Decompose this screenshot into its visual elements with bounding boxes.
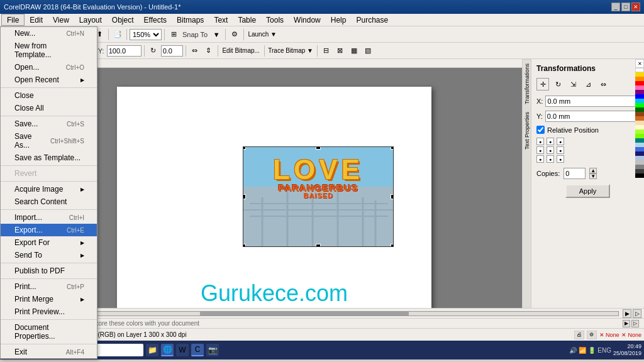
taskbar-ie[interactable]: 🌐 xyxy=(161,344,174,356)
swatch-white[interactable] xyxy=(635,68,644,72)
menu-exit[interactable]: Exit Alt+F4 xyxy=(1,346,97,358)
selected-image[interactable]: LOVE PARANGERBUS BAISED xyxy=(243,146,394,247)
menu-effects[interactable]: Effects xyxy=(139,14,172,26)
handle-top-left[interactable] xyxy=(243,146,246,150)
menu-export-for[interactable]: Export For ▶ xyxy=(1,236,97,249)
transform-mirror-btn[interactable]: ⇔ xyxy=(597,78,609,90)
menu-document-properties[interactable]: Document Properties... xyxy=(1,321,97,343)
tab-transformations[interactable]: Transformations xyxy=(523,59,531,108)
menu-edit[interactable]: Edit xyxy=(25,14,48,26)
menu-open-recent[interactable]: Open Recent ▶ xyxy=(1,74,97,86)
handle-top-mid[interactable] xyxy=(316,146,321,150)
mirror-h-button[interactable]: ⇔ xyxy=(189,45,201,57)
pos-mr[interactable]: ● xyxy=(557,146,564,154)
menu-save[interactable]: Save... Ctrl+S xyxy=(1,118,97,130)
pos-tl[interactable]: ● xyxy=(536,138,544,145)
rotate-button[interactable]: ↻ xyxy=(147,45,160,57)
distribute-button[interactable]: ⊠ xyxy=(334,45,347,57)
tray-battery[interactable]: 🔋 xyxy=(588,347,596,354)
menu-close[interactable]: Close xyxy=(1,89,97,102)
menu-new[interactable]: New... Ctrl+N xyxy=(1,27,97,40)
menu-tools[interactable]: Tools xyxy=(261,14,289,26)
swatch-lightblue[interactable] xyxy=(635,143,644,147)
transform-move-btn[interactable]: ✛ xyxy=(536,78,549,90)
taskbar-coreldraw[interactable]: C xyxy=(191,344,204,356)
snap-arrow[interactable]: ▼ xyxy=(210,28,223,41)
swatch-darkgreen[interactable] xyxy=(635,107,644,112)
swatch-royalblue[interactable] xyxy=(635,147,644,151)
taskbar-file-explorer[interactable]: 📁 xyxy=(146,344,158,356)
tray-time[interactable]: 20:49 25/08/2019 xyxy=(613,343,641,357)
apply-button[interactable]: Apply xyxy=(565,184,611,198)
swatch-red[interactable] xyxy=(635,81,644,85)
menu-open[interactable]: Open... Ctrl+O xyxy=(1,61,97,74)
swatch-lawn[interactable] xyxy=(635,134,644,138)
expand-btn[interactable]: ▷ xyxy=(631,320,639,327)
menu-purchase[interactable]: Purchase xyxy=(351,14,393,26)
tray-lang[interactable]: ENG xyxy=(597,347,611,354)
launch-button[interactable]: Launch ▼ xyxy=(247,28,278,41)
handle-bot-right[interactable] xyxy=(391,244,394,247)
pos-ml[interactable]: ● xyxy=(536,146,544,154)
pos-bm[interactable]: ● xyxy=(547,155,554,163)
menu-print-preview[interactable]: Print Preview... xyxy=(1,305,97,318)
relative-position-checkbox[interactable] xyxy=(536,126,545,134)
mirror-v-button[interactable]: ⇕ xyxy=(203,45,215,57)
pos-mm[interactable]: ● xyxy=(547,146,554,154)
taskbar-app2[interactable]: 📷 xyxy=(206,344,219,356)
swatch-black[interactable] xyxy=(635,173,644,178)
scroll-right-edge[interactable]: ▷ xyxy=(633,309,641,318)
angle-input[interactable] xyxy=(161,45,183,57)
menu-print[interactable]: Print... Ctrl+P xyxy=(1,280,97,293)
trace-bitmap-button[interactable]: Trace Bitmap ▼ xyxy=(267,45,314,57)
handle-mid-right[interactable] xyxy=(391,194,394,199)
edit-bitmap-button[interactable]: Edit Bitmap... xyxy=(221,45,262,57)
swatch-purple[interactable] xyxy=(635,90,644,94)
copies-spin[interactable]: ▲ ▼ xyxy=(589,168,597,179)
copies-input[interactable] xyxy=(564,168,586,179)
status-icon-2[interactable]: ⚙ xyxy=(587,331,597,339)
swatch-brown[interactable] xyxy=(635,112,644,116)
ungroup-button[interactable]: ▧ xyxy=(362,45,374,57)
swatch-green[interactable] xyxy=(635,103,644,107)
minimize-button[interactable]: _ xyxy=(611,3,620,11)
transform-scale-btn[interactable]: ⇲ xyxy=(567,78,579,90)
swatch-cyan[interactable] xyxy=(635,99,644,103)
swatch-steelblue[interactable] xyxy=(635,156,644,160)
menu-layout[interactable]: Layout xyxy=(74,14,107,26)
copies-spin-up[interactable]: ▲ xyxy=(589,168,597,173)
swatch-silver[interactable] xyxy=(635,160,644,165)
publish-button[interactable]: 📑 xyxy=(111,28,124,41)
swatch-pink[interactable] xyxy=(635,85,644,90)
group-button[interactable]: ▦ xyxy=(348,45,360,57)
swatch-gold[interactable] xyxy=(635,72,644,77)
menu-import[interactable]: Import... Ctrl+I xyxy=(1,211,97,224)
menu-help[interactable]: Help xyxy=(326,14,352,26)
close-button[interactable]: ✕ xyxy=(631,3,640,11)
menu-save-as-template[interactable]: Save as Template... xyxy=(1,151,97,164)
menu-export[interactable]: Export... Ctrl+E xyxy=(1,224,97,236)
menu-bitmaps[interactable]: Bitmaps xyxy=(172,14,209,26)
align-button[interactable]: ⊟ xyxy=(320,45,333,57)
swatch-blue[interactable] xyxy=(635,94,644,99)
menu-file[interactable]: File xyxy=(1,14,25,26)
handle-mid-left[interactable] xyxy=(243,194,246,199)
copies-spin-down[interactable]: ▼ xyxy=(589,173,597,179)
no-fill-swatch[interactable]: ✕ xyxy=(635,59,644,68)
scroll-right-btn[interactable]: ▶ xyxy=(623,320,630,327)
pos-tr[interactable]: ● xyxy=(557,138,564,145)
pos-br[interactable]: ● xyxy=(557,155,564,163)
menu-print-merge[interactable]: Print Merge ▶ xyxy=(1,293,97,305)
tab-text-properties[interactable]: Text Properties xyxy=(523,108,531,153)
swatch-lemon[interactable] xyxy=(635,125,644,129)
menu-save-as[interactable]: Save As... Ctrl+Shift+S xyxy=(1,130,97,151)
swatch-orange[interactable] xyxy=(635,77,644,81)
transform-skew-btn[interactable]: ⊿ xyxy=(582,78,594,90)
transform-rotate-btn[interactable]: ↻ xyxy=(552,78,564,90)
menu-acquire-image[interactable]: Acquire Image ▶ xyxy=(1,183,97,195)
x-transform-input[interactable] xyxy=(545,96,636,107)
options-button[interactable]: ⚙ xyxy=(228,28,241,41)
menu-new-from-template[interactable]: New from Template... xyxy=(1,40,97,61)
menu-text[interactable]: Text xyxy=(209,14,233,26)
tray-volume[interactable]: 📶 xyxy=(579,347,586,354)
